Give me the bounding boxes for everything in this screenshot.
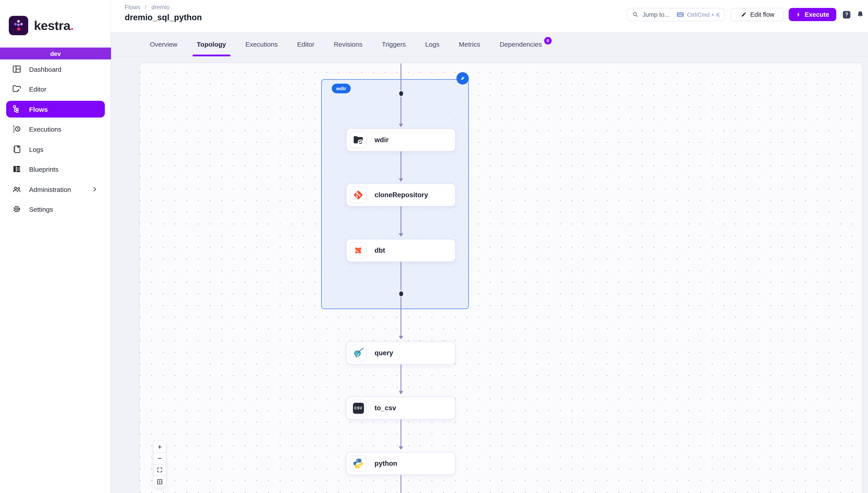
execute-button[interactable]: Execute bbox=[789, 8, 836, 21]
page-title: dremio_sql_python bbox=[125, 13, 202, 22]
dremio-narwhal-icon bbox=[350, 345, 367, 361]
dependencies-count-badge: 0 bbox=[544, 37, 551, 44]
task-node-to_csv[interactable]: CSV to_csv bbox=[346, 396, 456, 420]
sidebar-item-editor[interactable]: Editor bbox=[6, 81, 105, 97]
sidebar-item-label: Blueprints bbox=[29, 165, 58, 173]
topbar: Flows / dremio dremio_sql_python Jump to… bbox=[111, 0, 868, 32]
sidebar-item-executions[interactable]: Executions bbox=[6, 121, 105, 137]
pencil-icon bbox=[740, 11, 747, 18]
toggle-orientation-button[interactable] bbox=[154, 476, 166, 487]
breadcrumb: Flows / dremio bbox=[125, 4, 169, 10]
expand-vertical-icon bbox=[157, 478, 163, 485]
zoom-out-button[interactable]: − bbox=[154, 453, 166, 465]
edge-arrowhead bbox=[399, 391, 403, 394]
tab-overview[interactable]: Overview bbox=[150, 32, 177, 56]
kestra-logo[interactable]: kestra. bbox=[9, 16, 74, 35]
jump-to-search[interactable]: Jump to... Ctrl/Cmd + K bbox=[627, 8, 725, 21]
sidebar-item-label: Editor bbox=[29, 85, 46, 93]
edge bbox=[401, 420, 401, 446]
edge-arrowhead bbox=[399, 178, 403, 182]
csv-icon: CSV bbox=[350, 400, 367, 416]
tab-editor[interactable]: Editor bbox=[297, 32, 315, 56]
lightning-icon bbox=[796, 11, 802, 18]
cluster-end-dot[interactable] bbox=[399, 291, 403, 296]
sidebar-item-label: Settings bbox=[29, 205, 53, 213]
tab-logs[interactable]: Logs bbox=[425, 32, 440, 56]
breadcrumb-flows-link[interactable]: Flows bbox=[125, 4, 140, 10]
help-icon[interactable]: ? bbox=[843, 11, 850, 18]
edge-arrowhead bbox=[399, 336, 403, 339]
task-node-label: to_csv bbox=[375, 404, 396, 412]
edge bbox=[401, 207, 401, 233]
task-node-dbt[interactable]: dbt bbox=[346, 239, 456, 262]
tab-dependencies[interactable]: Dependencies 0 bbox=[500, 32, 552, 56]
edge bbox=[401, 151, 401, 179]
task-node-label: python bbox=[375, 459, 397, 468]
edge-arrowhead bbox=[399, 124, 403, 127]
tab-metrics[interactable]: Metrics bbox=[459, 32, 480, 56]
tab-topology[interactable]: Topology bbox=[197, 32, 226, 56]
sidebar-item-settings[interactable]: Settings bbox=[6, 201, 105, 217]
collapse-arrows-icon bbox=[459, 75, 466, 82]
cluster-start-dot[interactable] bbox=[399, 91, 403, 96]
dashboard-icon bbox=[12, 64, 22, 74]
search-icon bbox=[632, 11, 639, 18]
environment-banner: dev bbox=[0, 47, 111, 60]
kestra-wordmark: kestra. bbox=[34, 18, 74, 33]
topology-canvas[interactable]: wdir bbox=[139, 63, 863, 493]
zoom-in-button[interactable]: + bbox=[154, 442, 166, 453]
sidebar-item-blueprints[interactable]: Blueprints bbox=[6, 160, 105, 177]
sidebar-item-logs[interactable]: Logs bbox=[6, 141, 105, 157]
sidebar-item-label: Administration bbox=[29, 186, 71, 193]
python-icon bbox=[350, 455, 367, 472]
task-node-cloneRepository[interactable]: cloneRepository bbox=[346, 184, 456, 207]
flow-tabs: Overview Topology Executions Editor Revi… bbox=[111, 32, 868, 56]
task-node-python[interactable]: python bbox=[346, 452, 456, 475]
edge bbox=[401, 262, 401, 290]
sidebar: kestra. dev Dashboard bbox=[0, 0, 111, 493]
subflow-group-badge[interactable]: wdir bbox=[332, 84, 350, 93]
notifications-bell-icon[interactable] bbox=[856, 10, 865, 19]
keyboard-icon bbox=[677, 12, 684, 18]
canvas-controls: + − bbox=[154, 442, 166, 487]
edge bbox=[401, 364, 401, 391]
task-node-label: wdir bbox=[375, 136, 389, 144]
sidebar-item-administration[interactable]: Administration bbox=[6, 181, 105, 198]
task-node-label: dbt bbox=[375, 246, 385, 254]
task-node-label: cloneRepository bbox=[375, 191, 428, 199]
dbt-icon bbox=[350, 242, 367, 259]
folder-sync-icon bbox=[350, 132, 367, 148]
edge bbox=[401, 475, 401, 493]
search-placeholder: Jump to... bbox=[642, 11, 669, 18]
edge-arrowhead bbox=[399, 233, 403, 237]
breadcrumb-separator: / bbox=[145, 4, 147, 10]
edit-flow-button[interactable]: Edit flow bbox=[730, 8, 784, 21]
tab-triggers[interactable]: Triggers bbox=[382, 32, 406, 56]
sidebar-item-label: Flows bbox=[29, 105, 48, 113]
task-node-wdir[interactable]: wdir bbox=[346, 129, 456, 151]
kestra-logo-icon bbox=[9, 16, 28, 35]
tab-revisions[interactable]: Revisions bbox=[334, 32, 362, 56]
main-content: Overview Topology Executions Editor Revi… bbox=[111, 32, 868, 493]
sidebar-item-label: Executions bbox=[29, 125, 61, 133]
topbar-actions: Jump to... Ctrl/Cmd + K bbox=[627, 0, 865, 29]
logo-pink-dot: . bbox=[70, 18, 74, 33]
account-group-icon bbox=[12, 185, 22, 194]
sidebar-item-label: Dashboard bbox=[29, 65, 61, 73]
grid-panel-icon bbox=[12, 164, 22, 174]
breadcrumb-namespace-link[interactable]: dremio bbox=[152, 4, 169, 10]
fit-view-button[interactable] bbox=[154, 465, 166, 476]
kestra-app: kestra. dev Dashboard bbox=[0, 0, 868, 493]
file-tree-icon bbox=[12, 104, 22, 114]
task-node-label: query bbox=[375, 349, 393, 357]
collapse-group-button[interactable] bbox=[457, 72, 469, 85]
sidebar-item-dashboard[interactable]: Dashboard bbox=[6, 61, 105, 78]
chevron-right-icon bbox=[92, 186, 98, 192]
timeline-clock-icon bbox=[12, 124, 22, 134]
sidebar-item-flows[interactable]: Flows bbox=[6, 101, 105, 117]
tab-executions[interactable]: Executions bbox=[245, 32, 278, 56]
search-shortcut: Ctrl/Cmd + K bbox=[687, 11, 720, 18]
gear-icon bbox=[12, 204, 22, 214]
edge-arrowhead bbox=[399, 446, 403, 450]
task-node-query[interactable]: query bbox=[346, 342, 456, 364]
